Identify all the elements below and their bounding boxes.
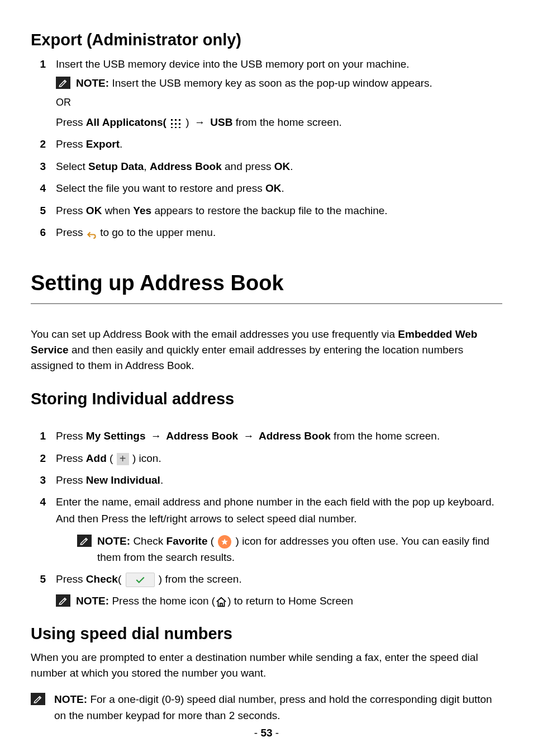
arrow-right-icon: → — [151, 428, 161, 444]
step-5: 5 Press OK when Yes appears to restore t… — [56, 202, 502, 219]
addressbook-title: Setting up Address Book — [31, 271, 502, 304]
step-4: 4 Select the file you want to restore an… — [56, 180, 502, 196]
storing-heading: Storing Individual address — [31, 390, 502, 408]
addressbook-intro: You can set up Address Book with the ema… — [31, 327, 502, 373]
note-row: NOTE: Insert the USB memory key as soon … — [56, 75, 502, 92]
step-6: 6 Press to go to the upper menu. — [56, 224, 502, 240]
storing-step-2: 2 Press Add ( + ) icon. — [56, 450, 502, 466]
page-number: - 53 - — [0, 727, 533, 739]
note-row: NOTE: Check Favorite ( ) icon for addres… — [56, 533, 502, 565]
storing-step-3: 3 Press New Individual. — [56, 472, 502, 488]
pencil-note-icon — [31, 693, 45, 705]
pencil-note-icon — [77, 535, 92, 547]
storing-steps: 1 Press My Settings → Address Book → Add… — [31, 428, 502, 609]
arrow-right-icon: → — [194, 114, 205, 130]
pencil-note-icon — [56, 594, 70, 607]
storing-step-5: 5 Press Check( ) from the screen. NOTE: … — [56, 571, 502, 609]
speeddial-heading: Using speed dial numbers — [31, 625, 502, 643]
speeddial-intro: When you are prompted to enter a destina… — [31, 650, 502, 681]
step-3: 3 Select Setup Data, Address Book and pr… — [56, 158, 502, 174]
step-1: 1 Insert the USB memory device into the … — [56, 56, 502, 130]
note-row: NOTE: Press the home icon () to return t… — [56, 593, 502, 609]
arrow-right-icon: → — [243, 428, 254, 444]
plus-icon: + — [117, 453, 129, 465]
apps-grid-icon — [170, 118, 182, 128]
pencil-note-icon — [56, 77, 70, 89]
export-heading: Export (Administrator only) — [31, 31, 502, 49]
check-button-icon — [126, 573, 155, 587]
home-icon — [215, 596, 227, 607]
speeddial-note: NOTE: For a one-digit (0-9) speed dial n… — [31, 692, 502, 724]
storing-step-4: 4 Enter the name, email address and phon… — [56, 494, 502, 565]
storing-step-1: 1 Press My Settings → Address Book → Add… — [56, 428, 502, 444]
step-1b: Press All Applicatons( ) → USB from the … — [56, 114, 502, 130]
back-arrow-icon — [86, 228, 97, 238]
star-icon — [218, 535, 231, 549]
or-text: OR — [56, 95, 502, 111]
step-2: 2 Press Export. — [56, 136, 502, 152]
export-steps: 1 Insert the USB memory device into the … — [31, 56, 502, 240]
